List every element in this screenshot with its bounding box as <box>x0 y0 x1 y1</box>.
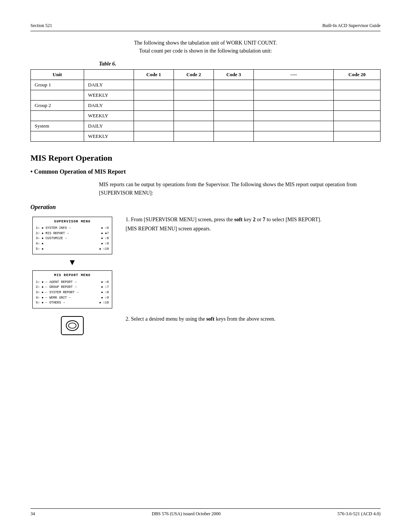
mis-report-menu-title: MIS REPORT MENU <box>36 273 109 278</box>
intro-line2: Total count per code is shown in the fol… <box>30 47 381 55</box>
mis-row-right-5: ● ○10 <box>99 300 109 306</box>
down-arrow-icon: ▼ <box>68 257 76 267</box>
menu-row-5: 5○ ● ● ○10 <box>36 247 109 252</box>
table-row: System DAILY <box>31 121 381 131</box>
mis-row-4: 4○ ● ← WORK UNIT → ● ○9 <box>36 296 109 301</box>
mis-row-right-3: ● ○8 <box>101 290 109 296</box>
mis-row-right-2: ● ○7 <box>101 285 109 290</box>
menu-row-3: 3○ ● CUSTOMIZE → ● ○8 <box>36 236 109 241</box>
operation-title: Operation <box>30 204 381 211</box>
code1-cell <box>134 80 174 90</box>
supervisor-menu-screen: SUPERVISOR MENU 1○ ● SYSTEM INFO → ● ○6 … <box>32 217 112 254</box>
footer-publication: DBS 576 (USA) issued October 2000 <box>152 511 221 517</box>
step2-instruction: 2. Select a desired menu by using the so… <box>126 316 381 322</box>
menu-row-1: 1○ ● SYSTEM INFO → ● ○6 <box>36 226 109 231</box>
page-footer: 34 DBS 576 (USA) issued October 2000 576… <box>30 508 381 517</box>
table-row: WEEKLY <box>31 90 381 101</box>
step2-row: 2. Select a desired menu by using the so… <box>30 316 381 335</box>
svg-point-0 <box>66 321 78 331</box>
mis-row-left-2: 2○ ● ← GROUP REPORT → <box>36 285 76 290</box>
step1-screens: SUPERVISOR MENU 1○ ● SYSTEM INFO → ● ○6 … <box>30 217 114 308</box>
mis-row-left-1: 1○ ● ← AGENT REPORT → <box>36 280 76 285</box>
table-row: WEEKLY <box>31 111 381 121</box>
col-header-dots: ---- <box>254 70 334 80</box>
body-text: MIS reports can be output by operations … <box>99 181 381 198</box>
code20-cell <box>334 80 381 90</box>
handset-svg <box>65 319 79 332</box>
svg-point-1 <box>68 323 76 328</box>
period-cell: WEEKLY <box>84 131 134 142</box>
guide-title: Built-In ACD Supervisor Guide <box>322 23 381 29</box>
table-row: WEEKLY <box>31 131 381 142</box>
unit-cell: Group 1 <box>31 80 84 90</box>
section-title: MIS Report Operation <box>30 153 381 163</box>
step1-instruction: 1. From [SUPERVISOR MENU] screen, press … <box>126 217 381 223</box>
mis-row-5: 5○ ● ← OTHERS → ● ○10 <box>36 300 109 306</box>
row-left-5: 5○ ● <box>36 247 43 252</box>
bullet-icon: • <box>30 168 34 175</box>
step2-text: 2. Select a desired menu by using the so… <box>126 316 381 322</box>
key2-bold: 2 <box>253 217 255 222</box>
period-cell: DAILY <box>84 121 134 131</box>
unit-cell <box>31 90 84 101</box>
soft-key-bold: soft <box>234 217 242 222</box>
period-cell: WEEKLY <box>84 90 134 101</box>
col-header-code1: Code 1 <box>134 70 174 80</box>
col-header-code2: Code 2 <box>174 70 213 80</box>
row-right-2: ● ●7 <box>101 231 109 236</box>
step1-number: 1. <box>126 217 131 222</box>
period-cell: WEEKLY <box>84 111 134 121</box>
row-left-3: 3○ ● CUSTOMIZE → <box>36 236 67 241</box>
soft-key-bold2: soft <box>206 316 215 322</box>
section-number: Section 521 <box>30 23 52 29</box>
mis-row-left-4: 4○ ● ← WORK UNIT → <box>36 296 71 301</box>
mis-row-1: 1○ ● ← AGENT REPORT → ● ○6 <box>36 280 109 285</box>
row-right-1: ● ○6 <box>101 226 109 231</box>
unit-cell: Group 2 <box>31 101 84 111</box>
col-header-code20: Code 20 <box>334 70 381 80</box>
row-left-2: 2○ ● MIS REPORT → <box>36 231 69 236</box>
supervisor-menu-title: SUPERVISOR MENU <box>36 219 109 225</box>
step1-row: SUPERVISOR MENU 1○ ● SYSTEM INFO → ● ○6 … <box>30 217 381 308</box>
mis-row-3: 3○ ● ← SYSTEM REPORT → ● ○8 <box>36 290 109 296</box>
col-header-period <box>84 70 134 80</box>
row-right-4: ● ○9 <box>101 241 109 247</box>
intro-paragraph: The following shows the tabulation unit … <box>30 39 381 55</box>
menu-row-4: 4○ ● ● ○9 <box>36 241 109 247</box>
row-left-4: 4○ ● <box>36 241 43 247</box>
col-header-unit: Unit <box>31 70 84 80</box>
unit-cell <box>31 131 84 142</box>
intro-line1: The following shows the tabulation unit … <box>30 39 381 47</box>
work-unit-table: Unit Code 1 Code 2 Code 3 ---- Code 20 G… <box>30 69 381 142</box>
dots-cell <box>254 80 334 90</box>
handset-icon <box>61 316 84 335</box>
mis-report-menu-screen: MIS REPORT MENU 1○ ● ← AGENT REPORT → ● … <box>32 270 112 308</box>
subsection-title: • Common Operation of MIS Report <box>30 168 381 175</box>
menu-row-2: 2○ ● MIS REPORT → ● ●7 <box>36 231 109 236</box>
page-header: Section 521 Built-In ACD Supervisor Guid… <box>30 23 381 31</box>
key7-bold: 7 <box>263 217 265 222</box>
mis-row-right-1: ● ○6 <box>101 280 109 285</box>
code3-cell <box>214 80 254 90</box>
row-right-3: ● ○8 <box>101 236 109 241</box>
mis-row-right-4: ● ○9 <box>101 296 109 301</box>
step1-screen-note: [MIS REPORT MENU] screen appears. <box>126 226 381 232</box>
unit-cell: System <box>31 121 84 131</box>
table-row: Group 1 DAILY <box>31 80 381 90</box>
footer-document-id: 576-3.6-521 (ACD 4.0) <box>338 511 381 517</box>
mis-row-left-5: 5○ ● ← OTHERS → <box>36 300 65 306</box>
step2-number: 2. <box>126 316 131 322</box>
table-label: Table 6. <box>99 61 381 67</box>
period-cell: DAILY <box>84 80 134 90</box>
row-left-1: 1○ ● SYSTEM INFO → <box>36 226 71 231</box>
table-row: Group 2 DAILY <box>31 101 381 111</box>
mis-row-2: 2○ ● ← GROUP REPORT → ● ○7 <box>36 285 109 290</box>
mis-row-left-3: 3○ ● ← SYSTEM REPORT → <box>36 290 78 296</box>
col-header-code3: Code 3 <box>214 70 254 80</box>
period-cell: DAILY <box>84 101 134 111</box>
unit-cell <box>31 111 84 121</box>
step2-left <box>30 316 114 335</box>
step1-text: 1. From [SUPERVISOR MENU] screen, press … <box>126 217 381 232</box>
row-right-5: ● ○10 <box>99 247 109 252</box>
footer-page-number: 34 <box>30 511 35 517</box>
